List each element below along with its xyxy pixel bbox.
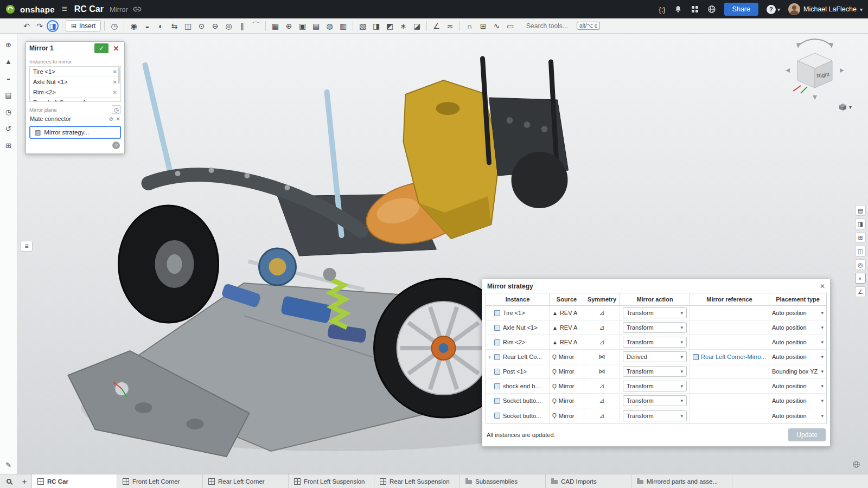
active-mirror-tool-button[interactable]: ◨	[47, 20, 59, 32]
replicate-icon[interactable]: ▣	[296, 20, 309, 32]
configuration-panel-icon[interactable]: ⊞	[855, 232, 866, 243]
undo-button[interactable]: ↶	[21, 20, 33, 32]
app-store-grid-icon[interactable]	[691, 5, 699, 14]
update-button[interactable]: Update	[788, 428, 826, 441]
help-panel-icon[interactable]: ◐	[855, 273, 866, 284]
measure-panel-icon[interactable]: ∠	[855, 286, 866, 297]
placement-type-dropdown[interactable]: Auto position▾	[769, 320, 826, 335]
search-input[interactable]	[526, 22, 574, 30]
remove-instance-icon[interactable]: ✕	[113, 79, 117, 85]
mirror-reference-link[interactable]: Rear Left Corner-Mirro...	[693, 354, 766, 360]
notifications-bell-icon[interactable]	[674, 5, 682, 14]
list-item[interactable]: Tire <1> ✕	[30, 67, 120, 77]
placement-type-dropdown[interactable]: Auto position▾	[769, 379, 826, 393]
tab-rear-left-corner[interactable]: Rear Left Corner	[203, 474, 289, 488]
mirror-action-dropdown[interactable]: Transform▾	[623, 381, 687, 391]
remove-instance-icon[interactable]: ✕	[113, 89, 117, 95]
help-button[interactable]: ? ▾	[767, 5, 780, 14]
configurations-icon[interactable]: ⊞	[3, 140, 14, 151]
link-icon[interactable]	[133, 5, 142, 14]
confirm-button[interactable]: ✓	[94, 43, 108, 53]
tangent-relation-icon[interactable]: ⌒	[250, 20, 262, 32]
section-view-icon[interactable]: ◪	[411, 20, 423, 32]
tab-rc-car[interactable]: RC Car	[31, 474, 117, 488]
tab-cad-imports[interactable]: CAD Imports	[546, 474, 631, 488]
tab-subassemblies[interactable]: Subassemblies	[460, 474, 546, 488]
mirror-action-dropdown[interactable]: Transform▾	[623, 410, 687, 421]
appearance-panel-icon[interactable]: ◨	[855, 219, 866, 229]
placement-type-dropdown[interactable]: Auto position▾	[769, 408, 826, 423]
expand-chevron-icon[interactable]: ›	[489, 354, 494, 360]
mate-connector-filter-icon[interactable]: ◷	[112, 105, 121, 114]
globe-icon[interactable]	[707, 5, 716, 14]
circular-pattern-icon[interactable]: ◍	[323, 20, 336, 32]
tab-rear-left-suspension[interactable]: Rear Left Suspension	[374, 474, 460, 488]
redo-button[interactable]: ↷	[34, 20, 46, 32]
mirror-action-dropdown[interactable]: Transform▾	[623, 337, 687, 348]
insert-button[interactable]: ⊞ Insert	[66, 20, 101, 31]
list-item[interactable]: Rear Left Corner <1> ✕	[30, 98, 120, 102]
undo-history-icon[interactable]: ↺	[3, 123, 14, 134]
close-icon[interactable]: ✕	[820, 282, 825, 290]
mirror-action-dropdown[interactable]: Derived▾	[623, 351, 687, 362]
assembly-tree-toggle[interactable]: ≡	[21, 241, 33, 252]
placement-type-dropdown[interactable]: Auto position▾	[769, 335, 826, 349]
drawing-icon[interactable]: ▭	[504, 20, 516, 32]
exploded-view-icon[interactable]: ∗	[397, 20, 410, 32]
featurescript-icon[interactable]: {;}	[659, 5, 665, 14]
tab-mirrored-parts[interactable]: Mirrored parts and asse...	[631, 474, 732, 488]
mass-properties-icon[interactable]: ≍	[444, 20, 456, 32]
view-cube[interactable]: Right	[781, 38, 848, 104]
frame-icon[interactable]: ⊞	[477, 20, 489, 32]
bom-panel-icon[interactable]: ▤	[855, 205, 866, 216]
view-options-menu[interactable]: ▾	[839, 103, 852, 111]
hamburger-menu-icon[interactable]: ≡	[62, 4, 67, 15]
pin-slot-mate-icon[interactable]: ⊖	[209, 20, 221, 32]
pattern-icon[interactable]: ▥	[337, 20, 349, 32]
named-views-icon[interactable]: ◨	[370, 20, 382, 32]
measure-icon[interactable]: ∠	[430, 20, 443, 32]
mate-connector-row[interactable]: Mate connector ⊘ ✕	[29, 114, 121, 126]
ball-mate-icon[interactable]: ◎	[222, 20, 235, 32]
group-icon[interactable]: ▦	[269, 20, 282, 32]
parallel-relation-icon[interactable]: ∥	[236, 20, 248, 32]
interference-icon[interactable]: ∩	[463, 20, 476, 32]
placement-type-dropdown[interactable]: Auto position▾	[769, 350, 826, 364]
tab-front-left-corner[interactable]: Front Left Corner	[117, 474, 203, 488]
cancel-button[interactable]: ✕	[111, 43, 121, 53]
display-panel-icon[interactable]: ◫	[855, 246, 866, 256]
mirror-strategy-button[interactable]: ▥ Mirror strategy...	[29, 126, 121, 139]
sketch-camera-icon[interactable]: ✎	[3, 459, 14, 470]
planar-mate-icon[interactable]: ◫	[182, 20, 194, 32]
mirror-action-dropdown[interactable]: Transform▾	[623, 322, 687, 333]
placement-type-dropdown[interactable]: Auto position▾	[769, 394, 826, 408]
mirror-action-dropdown[interactable]: Transform▾	[623, 395, 687, 406]
cylindrical-mate-icon[interactable]: ⊙	[195, 20, 208, 32]
revision-clock-icon[interactable]: ◷	[108, 20, 120, 32]
share-button[interactable]: Share	[724, 3, 758, 16]
clear-selection-icon[interactable]: ⊘	[108, 116, 113, 122]
comments-icon[interactable]: ◒	[3, 73, 14, 84]
tab-front-left-suspension[interactable]: Front Left Suspension	[289, 474, 374, 488]
list-item[interactable]: Rim <2> ✕	[30, 87, 120, 98]
fastened-mate-icon[interactable]: ◒	[141, 20, 154, 32]
selection-tool-icon[interactable]: ▲	[3, 56, 14, 67]
revolute-mate-icon[interactable]: ◐	[155, 20, 167, 32]
tab-search-icon[interactable]	[0, 474, 17, 488]
placement-type-dropdown[interactable]: Auto position▾	[769, 306, 826, 320]
remove-instance-icon[interactable]: ✕	[113, 100, 117, 102]
remove-selection-icon[interactable]: ✕	[116, 116, 120, 122]
bom-icon[interactable]: ▧	[356, 20, 369, 32]
mirror-action-dropdown[interactable]: Transform▾	[623, 307, 687, 318]
document-info-icon[interactable]: ▤	[3, 89, 14, 100]
placement-type-dropdown[interactable]: Bounding box YZ▾	[769, 364, 826, 378]
scrollbar[interactable]	[118, 67, 120, 84]
mate-connector-icon[interactable]: ⊕	[283, 20, 295, 32]
slider-mate-icon[interactable]: ⇆	[168, 20, 181, 32]
mirror-action-dropdown[interactable]: Transform▾	[623, 366, 687, 377]
display-states-icon[interactable]: ◩	[384, 20, 396, 32]
dialog-help-button[interactable]: ?	[112, 142, 120, 149]
remove-instance-icon[interactable]: ✕	[113, 69, 117, 75]
list-item[interactable]: Axle Nut <1> ✕	[30, 77, 120, 87]
mate-icon[interactable]: ◉	[127, 20, 140, 32]
